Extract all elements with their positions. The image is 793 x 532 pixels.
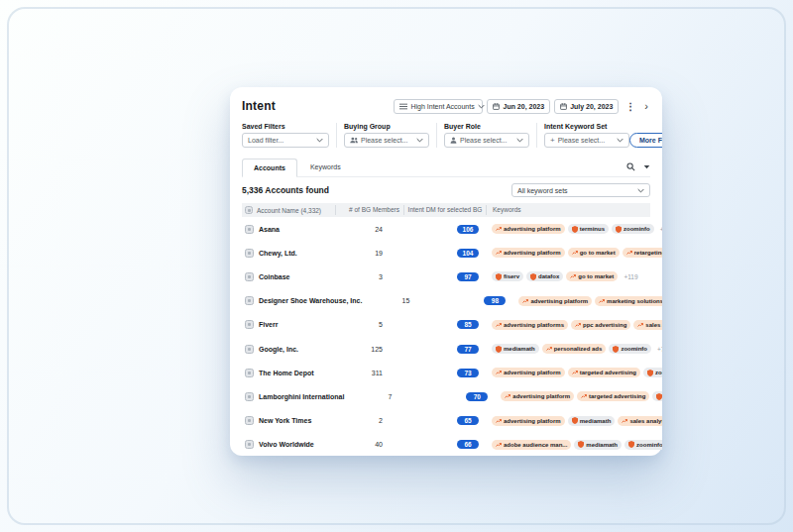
filter-placeholder: Load filter... xyxy=(248,137,283,144)
view-select[interactable]: High Intent Accounts xyxy=(394,99,483,114)
keyword-label: advertising platform xyxy=(512,393,570,399)
column-account-name[interactable]: Account Name (4,332) xyxy=(242,206,335,214)
keyword-badge: go to market xyxy=(568,248,620,258)
column-keywords[interactable]: Keywords xyxy=(486,205,650,215)
trend-icon xyxy=(496,226,502,232)
more-keywords-count: +119 xyxy=(623,273,637,280)
more-keywords-count: +73 xyxy=(657,346,662,353)
filter-select[interactable]: +Please select... xyxy=(544,133,629,148)
accounts-table-body: Asana24106advertising platformterminuszo… xyxy=(242,217,650,456)
more-keywords-count: +53 xyxy=(660,226,662,233)
trend-icon xyxy=(572,250,578,256)
bg-members-count: 19 xyxy=(335,250,403,257)
column-intent-dm[interactable]: Intent DM for selected BG xyxy=(403,205,486,215)
keyword-badge: retargeting xyxy=(623,248,662,258)
keyword-badge: mediamath xyxy=(492,344,539,354)
date-end-picker[interactable]: July 20, 2023 xyxy=(554,99,619,114)
select-all-checkbox[interactable] xyxy=(245,206,253,214)
account-name[interactable]: Lamborghini International xyxy=(259,393,344,400)
filter-select[interactable]: Load filter... xyxy=(242,133,329,148)
shield-icon xyxy=(496,346,502,353)
account-name[interactable]: Asana xyxy=(259,226,280,233)
account-name[interactable]: Fiverr xyxy=(259,321,278,328)
date-start-picker[interactable]: Jun 20, 2023 xyxy=(487,99,550,114)
intent-score-pill: 104 xyxy=(457,249,479,258)
account-name[interactable]: Coinbase xyxy=(259,273,290,280)
row-checkbox[interactable] xyxy=(245,296,254,305)
table-row[interactable]: Lamborghini International770advertising … xyxy=(242,384,650,408)
trend-icon xyxy=(581,393,587,399)
row-checkbox[interactable] xyxy=(245,369,254,377)
intent-score-cell: 98 xyxy=(430,296,512,305)
tab-accounts[interactable]: Accounts xyxy=(242,159,297,177)
chevron-down-icon xyxy=(617,138,623,143)
filter-select[interactable]: Please select... xyxy=(344,133,429,148)
filter-select[interactable]: Please select... xyxy=(444,133,529,148)
table-row[interactable]: Designer Shoe Warehouse, Inc.1598adverti… xyxy=(242,289,650,313)
row-checkbox[interactable] xyxy=(245,392,254,401)
table-row[interactable]: Volvo Worldwide4066adobe audience man...… xyxy=(242,433,650,456)
more-filters-button[interactable]: More Filters xyxy=(629,133,662,148)
column-bg-members[interactable]: # of BG Members xyxy=(335,205,403,215)
table-row[interactable]: Asana24106advertising platformterminuszo… xyxy=(242,217,650,241)
bg-members-count: 40 xyxy=(335,441,403,448)
intent-score-cell: 73 xyxy=(403,369,486,377)
row-checkbox[interactable] xyxy=(245,320,254,329)
row-checkbox[interactable] xyxy=(245,272,254,281)
keyword-badge: terminus xyxy=(568,224,609,234)
account-cell: The Home Depot xyxy=(242,369,335,377)
filter-group-intent-keyword-set: Intent Keyword Set+Please select... xyxy=(544,123,629,148)
keyword-badge: advertising platform xyxy=(492,368,565,377)
keyword-label: advertising platform xyxy=(504,226,561,232)
keywords-cell: advertising platformtargeted advertising… xyxy=(495,391,662,401)
table-row[interactable]: Fiverr585advertising platformsppc advert… xyxy=(242,313,650,337)
trend-icon xyxy=(546,346,552,352)
chevron-right-icon[interactable]: › xyxy=(642,101,650,112)
account-name[interactable]: Google, Inc. xyxy=(259,346,298,353)
account-name[interactable]: The Home Depot xyxy=(259,370,314,376)
date-end-value: July 20, 2023 xyxy=(570,103,613,110)
keyword-badge: adobe audience man... xyxy=(492,440,571,450)
table-row[interactable]: Google, Inc.12577mediamathpersonalized a… xyxy=(242,337,650,361)
keyword-badge: mediamath xyxy=(574,440,622,450)
trend-icon xyxy=(637,322,643,328)
intent-score-cell: 97 xyxy=(403,272,486,281)
table-row[interactable]: The Home Depot31173advertising platformt… xyxy=(242,361,650,384)
keyword-label: terminus xyxy=(580,226,605,232)
intent-score-pill: 65 xyxy=(457,416,479,425)
caret-down-icon[interactable] xyxy=(643,164,650,169)
row-checkbox[interactable] xyxy=(245,440,254,449)
tab-keywords[interactable]: Keywords xyxy=(297,158,354,176)
table-row[interactable]: New York Times265advertising platformmed… xyxy=(242,409,650,433)
keyword-badge: sales analytics xyxy=(633,320,662,330)
account-name[interactable]: Designer Shoe Warehouse, Inc. xyxy=(259,297,362,304)
filter-label: Buying Group xyxy=(344,123,429,130)
trend-icon xyxy=(496,418,502,424)
keyword-badge: advertising platform xyxy=(492,248,565,258)
table-row[interactable]: Chewy, Ltd.19104advertising platformgo t… xyxy=(242,241,650,265)
account-cell: Fiverr xyxy=(242,320,335,329)
kebab-menu-icon[interactable]: ⋮ xyxy=(623,101,638,112)
row-checkbox[interactable] xyxy=(245,249,254,258)
account-name[interactable]: New York Times xyxy=(259,417,311,424)
keyword-badge: zoominfo xyxy=(612,224,654,234)
plus-icon: + xyxy=(550,137,555,145)
keyword-label: targeted advertising xyxy=(580,370,636,375)
search-icon[interactable] xyxy=(626,162,635,171)
account-name[interactable]: Volvo Worldwide xyxy=(259,441,314,448)
intent-score-pill: 77 xyxy=(457,345,479,354)
row-checkbox[interactable] xyxy=(245,416,254,425)
filter-group-buyer-role: Buyer RolePlease select... xyxy=(444,123,529,148)
keywords-cell: advertising platformgo to marketretarget… xyxy=(486,248,662,258)
keyword-set-select[interactable]: All keyword sets xyxy=(511,183,650,197)
keyword-badge: advertising platforms xyxy=(492,320,568,330)
trend-icon xyxy=(496,322,502,328)
account-name[interactable]: Chewy, Ltd. xyxy=(259,250,297,257)
calendar-icon xyxy=(493,103,500,110)
intent-score-cell: 70 xyxy=(412,392,495,401)
row-checkbox[interactable] xyxy=(245,225,254,234)
filter-placeholder: Please select... xyxy=(361,137,407,144)
calendar-icon xyxy=(560,103,567,110)
row-checkbox[interactable] xyxy=(245,345,254,354)
table-row[interactable]: Coinbase397fiservdatafoxgo to market+119 xyxy=(242,265,650,288)
